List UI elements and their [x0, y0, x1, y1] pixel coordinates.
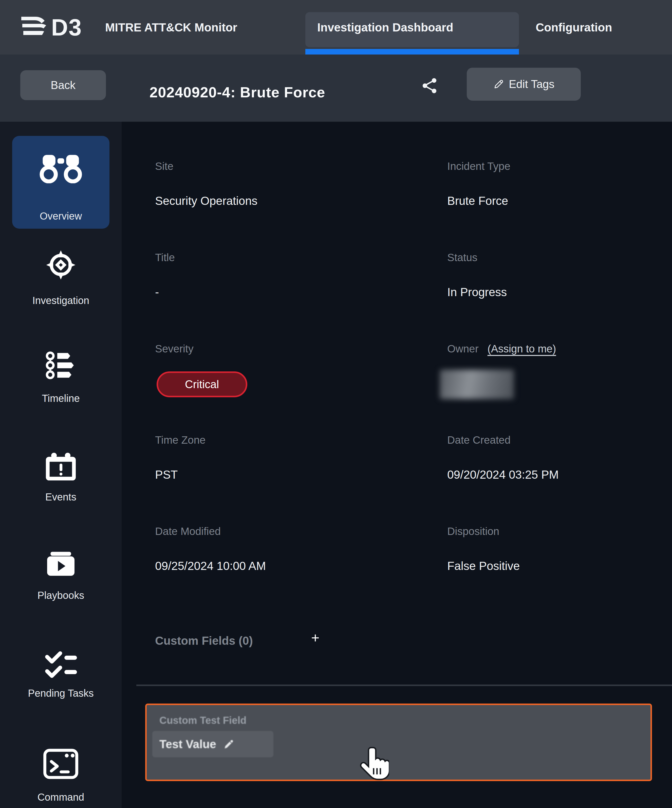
- owner-redacted-value: [440, 370, 514, 399]
- sidebar-item-label: Timeline: [0, 393, 122, 404]
- field-label-date-created: Date Created: [447, 434, 510, 446]
- field-label-severity: Severity: [155, 343, 193, 355]
- sidebar-item-label: Command: [0, 791, 122, 803]
- field-label-incident-type: Incident Type: [447, 160, 510, 172]
- overview-panel: Site Security Operations Incident Type B…: [122, 122, 672, 808]
- edit-tags-button[interactable]: Edit Tags: [467, 68, 581, 101]
- playbook-icon: [0, 551, 122, 578]
- pencil-icon: [493, 78, 504, 90]
- top-nav: D3 MITRE ATT&CK Monitor Investigation Da…: [0, 0, 672, 55]
- tasks-icon: [0, 650, 122, 678]
- field-label-owner: Owner (Assign to me): [447, 343, 556, 355]
- nav-tab-mitre-attack-monitor[interactable]: MITRE ATT&CK Monitor: [105, 0, 237, 55]
- assign-to-me-link[interactable]: (Assign to me): [487, 343, 556, 355]
- custom-fields-heading: Custom Fields (0): [155, 634, 253, 648]
- incident-header: Back 20240920-4: Brute Force Edit Tags: [0, 55, 672, 122]
- field-value-time-zone: PST: [155, 468, 178, 481]
- incident-title: 20240920-4: Brute Force: [150, 83, 325, 101]
- custom-test-field-value: Test Value: [159, 737, 216, 751]
- hand-cursor-icon: [359, 745, 389, 786]
- field-label-site: Site: [155, 160, 173, 172]
- nav-tab-investigation-dashboard[interactable]: Investigation Dashboard: [317, 0, 454, 55]
- sidebar-item-label: Pending Tasks: [0, 688, 122, 699]
- sidebar-item-label: Playbooks: [0, 590, 122, 601]
- sidebar-item-label: Overview: [0, 210, 122, 222]
- add-custom-field-button[interactable]: +: [311, 631, 320, 645]
- back-button[interactable]: Back: [20, 70, 106, 100]
- section-divider: [136, 684, 672, 686]
- custom-test-field-value-chip[interactable]: Test Value: [152, 731, 273, 757]
- field-label-title: Title: [155, 252, 175, 264]
- field-value-date-created: 09/20/2024 03:25 PM: [447, 468, 559, 481]
- share-icon[interactable]: [422, 78, 437, 93]
- field-value-title: -: [155, 285, 159, 299]
- field-value-date-modified: 09/25/2024 10:00 AM: [155, 559, 266, 573]
- sidebar-item-label: Investigation: [0, 295, 122, 306]
- field-label-time-zone: Time Zone: [155, 434, 205, 446]
- sidebar: Overview Investigation: [0, 122, 122, 808]
- investigation-dashboard-app: D3 MITRE ATT&CK Monitor Investigation Da…: [0, 0, 672, 808]
- edit-tags-label: Edit Tags: [509, 78, 554, 90]
- binoculars-icon: [0, 154, 122, 183]
- timeline-icon: [0, 351, 122, 379]
- field-label-status: Status: [447, 252, 477, 264]
- field-label-date-modified: Date Modified: [155, 525, 221, 538]
- back-button-label: Back: [51, 79, 75, 92]
- terminal-icon: [0, 748, 122, 780]
- target-icon: [0, 250, 122, 280]
- d3-logo: D3: [19, 15, 82, 40]
- calendar-alert-icon: [0, 452, 122, 482]
- field-label-disposition: Disposition: [447, 525, 499, 538]
- d3-logo-text: D3: [51, 16, 82, 39]
- nav-tab-configuration[interactable]: Configuration: [536, 0, 612, 55]
- active-tab-underline: [305, 49, 519, 55]
- custom-field-box-content: Custom Test Field Test Value: [147, 705, 650, 780]
- d3-logo-mark: [19, 15, 50, 40]
- field-value-status: In Progress: [447, 285, 507, 299]
- field-value-disposition: False Positive: [447, 559, 520, 573]
- field-value-incident-type: Brute Force: [447, 194, 508, 208]
- edit-value-pencil-icon[interactable]: [223, 738, 234, 750]
- field-value-site: Security Operations: [155, 194, 257, 208]
- custom-field-highlight-box: Custom Test Field Test Value: [145, 704, 652, 781]
- sidebar-item-label: Events: [0, 491, 122, 503]
- severity-badge-critical: Critical: [157, 371, 247, 397]
- custom-test-field-label: Custom Test Field: [159, 715, 247, 726]
